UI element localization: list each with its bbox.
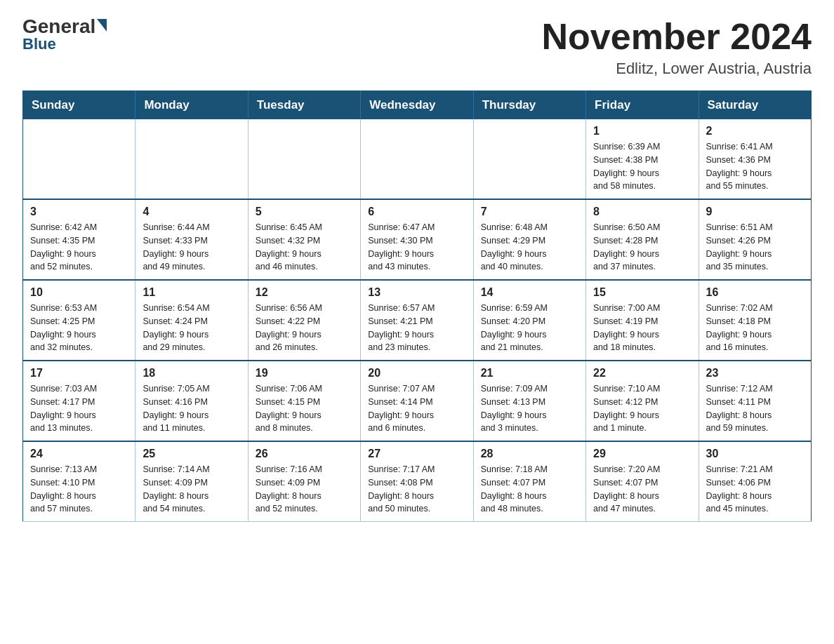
calendar-week-row: 10Sunrise: 6:53 AM Sunset: 4:25 PM Dayli…: [23, 280, 812, 361]
day-number: 13: [368, 286, 465, 299]
calendar-week-row: 3Sunrise: 6:42 AM Sunset: 4:35 PM Daylig…: [23, 199, 812, 280]
calendar-body: 1Sunrise: 6:39 AM Sunset: 4:38 PM Daylig…: [23, 119, 812, 522]
calendar-cell: 12Sunrise: 6:56 AM Sunset: 4:22 PM Dayli…: [248, 280, 360, 361]
calendar-cell: 29Sunrise: 7:20 AM Sunset: 4:07 PM Dayli…: [586, 441, 699, 522]
calendar-cell: [361, 119, 473, 199]
day-info: Sunrise: 7:17 AM Sunset: 4:08 PM Dayligh…: [368, 463, 465, 516]
day-number: 26: [256, 448, 353, 460]
day-number: 1: [593, 125, 691, 137]
logo-top: General: [22, 17, 107, 36]
weekday-header-friday: Friday: [586, 91, 699, 120]
calendar-cell: 25Sunrise: 7:14 AM Sunset: 4:09 PM Dayli…: [135, 441, 248, 522]
day-number: 4: [143, 206, 240, 218]
day-info: Sunrise: 6:56 AM Sunset: 4:22 PM Dayligh…: [256, 302, 353, 354]
calendar-cell: 17Sunrise: 7:03 AM Sunset: 4:17 PM Dayli…: [23, 361, 135, 441]
calendar-cell: 18Sunrise: 7:05 AM Sunset: 4:16 PM Dayli…: [135, 361, 248, 441]
calendar-cell: 27Sunrise: 7:17 AM Sunset: 4:08 PM Dayli…: [361, 441, 473, 522]
calendar-cell: [135, 119, 248, 199]
day-info: Sunrise: 7:18 AM Sunset: 4:07 PM Dayligh…: [481, 463, 578, 516]
calendar-cell: 1Sunrise: 6:39 AM Sunset: 4:38 PM Daylig…: [586, 119, 699, 199]
day-number: 6: [368, 206, 465, 218]
day-info: Sunrise: 7:21 AM Sunset: 4:06 PM Dayligh…: [706, 463, 804, 516]
day-info: Sunrise: 7:06 AM Sunset: 4:15 PM Dayligh…: [256, 382, 353, 435]
calendar-week-row: 1Sunrise: 6:39 AM Sunset: 4:38 PM Daylig…: [23, 119, 812, 199]
calendar-cell: 20Sunrise: 7:07 AM Sunset: 4:14 PM Dayli…: [361, 361, 473, 441]
day-number: 10: [30, 286, 128, 299]
day-info: Sunrise: 6:51 AM Sunset: 4:26 PM Dayligh…: [706, 221, 804, 274]
day-info: Sunrise: 6:59 AM Sunset: 4:20 PM Dayligh…: [481, 302, 578, 354]
day-info: Sunrise: 6:39 AM Sunset: 4:38 PM Dayligh…: [593, 140, 691, 193]
calendar-week-row: 24Sunrise: 7:13 AM Sunset: 4:10 PM Dayli…: [23, 441, 812, 522]
calendar-cell: 4Sunrise: 6:44 AM Sunset: 4:33 PM Daylig…: [135, 199, 248, 280]
day-number: 3: [30, 206, 128, 218]
day-info: Sunrise: 6:48 AM Sunset: 4:29 PM Dayligh…: [481, 221, 578, 274]
day-info: Sunrise: 7:09 AM Sunset: 4:13 PM Dayligh…: [481, 382, 578, 435]
calendar-cell: 11Sunrise: 6:54 AM Sunset: 4:24 PM Dayli…: [135, 280, 248, 361]
day-info: Sunrise: 7:00 AM Sunset: 4:19 PM Dayligh…: [593, 302, 691, 354]
day-number: 30: [706, 448, 804, 460]
day-number: 17: [30, 367, 128, 380]
day-info: Sunrise: 6:44 AM Sunset: 4:33 PM Dayligh…: [143, 221, 240, 274]
calendar-cell: 6Sunrise: 6:47 AM Sunset: 4:30 PM Daylig…: [361, 199, 473, 280]
weekday-header-monday: Monday: [135, 91, 248, 120]
logo: General Blue: [22, 17, 107, 53]
day-number: 18: [143, 367, 240, 380]
day-info: Sunrise: 7:14 AM Sunset: 4:09 PM Dayligh…: [143, 463, 240, 516]
day-number: 29: [593, 448, 691, 460]
calendar-cell: 21Sunrise: 7:09 AM Sunset: 4:13 PM Dayli…: [473, 361, 585, 441]
day-number: 23: [706, 367, 804, 380]
calendar-table: SundayMondayTuesdayWednesdayThursdayFrid…: [22, 90, 812, 522]
weekday-header-row: SundayMondayTuesdayWednesdayThursdayFrid…: [23, 91, 812, 120]
calendar-cell: 22Sunrise: 7:10 AM Sunset: 4:12 PM Dayli…: [586, 361, 699, 441]
calendar-cell: 3Sunrise: 6:42 AM Sunset: 4:35 PM Daylig…: [23, 199, 135, 280]
calendar-cell: [248, 119, 360, 199]
day-number: 7: [481, 206, 578, 218]
day-info: Sunrise: 7:13 AM Sunset: 4:10 PM Dayligh…: [30, 463, 128, 516]
day-number: 27: [368, 448, 465, 460]
calendar-cell: [23, 119, 135, 199]
day-info: Sunrise: 7:20 AM Sunset: 4:07 PM Dayligh…: [593, 463, 691, 516]
day-number: 28: [481, 448, 578, 460]
day-info: Sunrise: 6:41 AM Sunset: 4:36 PM Dayligh…: [706, 140, 804, 193]
weekday-header-tuesday: Tuesday: [248, 91, 360, 120]
day-number: 24: [30, 448, 128, 460]
calendar-subtitle: Edlitz, Lower Austria, Austria: [542, 60, 812, 78]
day-number: 12: [256, 286, 353, 299]
logo-arrow-icon: [97, 19, 107, 32]
calendar-cell: 19Sunrise: 7:06 AM Sunset: 4:15 PM Dayli…: [248, 361, 360, 441]
calendar-cell: 16Sunrise: 7:02 AM Sunset: 4:18 PM Dayli…: [699, 280, 811, 361]
calendar-cell: 14Sunrise: 6:59 AM Sunset: 4:20 PM Dayli…: [473, 280, 585, 361]
calendar-title: November 2024: [542, 17, 812, 57]
day-info: Sunrise: 7:02 AM Sunset: 4:18 PM Dayligh…: [706, 302, 804, 354]
day-info: Sunrise: 7:03 AM Sunset: 4:17 PM Dayligh…: [30, 382, 128, 435]
page-header: General Blue November 2024 Edlitz, Lower…: [22, 17, 812, 78]
calendar-cell: 7Sunrise: 6:48 AM Sunset: 4:29 PM Daylig…: [473, 199, 585, 280]
day-info: Sunrise: 7:16 AM Sunset: 4:09 PM Dayligh…: [256, 463, 353, 516]
calendar-cell: 15Sunrise: 7:00 AM Sunset: 4:19 PM Dayli…: [586, 280, 699, 361]
day-number: 22: [593, 367, 691, 380]
calendar-week-row: 17Sunrise: 7:03 AM Sunset: 4:17 PM Dayli…: [23, 361, 812, 441]
calendar-cell: 10Sunrise: 6:53 AM Sunset: 4:25 PM Dayli…: [23, 280, 135, 361]
day-info: Sunrise: 7:07 AM Sunset: 4:14 PM Dayligh…: [368, 382, 465, 435]
calendar-cell: 28Sunrise: 7:18 AM Sunset: 4:07 PM Dayli…: [473, 441, 585, 522]
day-info: Sunrise: 6:47 AM Sunset: 4:30 PM Dayligh…: [368, 221, 465, 274]
day-info: Sunrise: 6:53 AM Sunset: 4:25 PM Dayligh…: [30, 302, 128, 354]
calendar-cell: 5Sunrise: 6:45 AM Sunset: 4:32 PM Daylig…: [248, 199, 360, 280]
day-number: 5: [256, 206, 353, 218]
calendar-cell: 26Sunrise: 7:16 AM Sunset: 4:09 PM Dayli…: [248, 441, 360, 522]
logo-blue-text: Blue: [22, 35, 56, 53]
day-info: Sunrise: 7:05 AM Sunset: 4:16 PM Dayligh…: [143, 382, 240, 435]
day-info: Sunrise: 6:42 AM Sunset: 4:35 PM Dayligh…: [30, 221, 128, 274]
calendar-cell: 9Sunrise: 6:51 AM Sunset: 4:26 PM Daylig…: [699, 199, 811, 280]
day-info: Sunrise: 7:10 AM Sunset: 4:12 PM Dayligh…: [593, 382, 691, 435]
day-info: Sunrise: 6:50 AM Sunset: 4:28 PM Dayligh…: [593, 221, 691, 274]
calendar-cell: 24Sunrise: 7:13 AM Sunset: 4:10 PM Dayli…: [23, 441, 135, 522]
day-number: 14: [481, 286, 578, 299]
day-number: 21: [481, 367, 578, 380]
day-number: 11: [143, 286, 240, 299]
calendar-cell: 2Sunrise: 6:41 AM Sunset: 4:36 PM Daylig…: [699, 119, 811, 199]
day-number: 25: [143, 448, 240, 460]
day-number: 15: [593, 286, 691, 299]
logo-general-text: General: [22, 15, 95, 37]
calendar-cell: 8Sunrise: 6:50 AM Sunset: 4:28 PM Daylig…: [586, 199, 699, 280]
